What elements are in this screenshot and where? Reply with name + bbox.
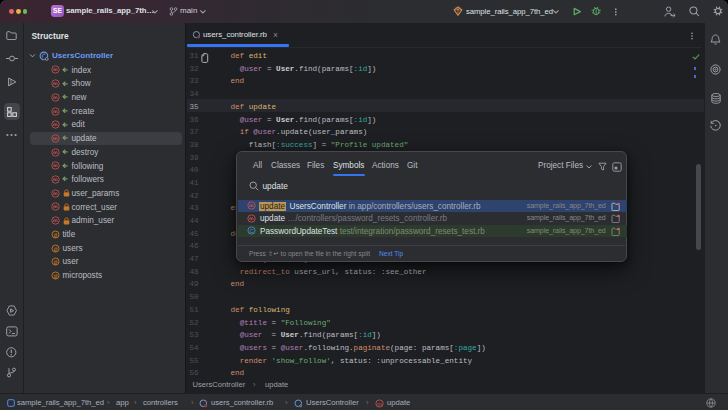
svg-text:C: C [249,228,253,234]
svg-text:@: @ [54,272,58,279]
svg-text:@: @ [54,259,58,266]
svg-text:@: @ [54,231,58,238]
svg-text:m: m [377,400,382,406]
svg-text:@: @ [54,245,58,252]
